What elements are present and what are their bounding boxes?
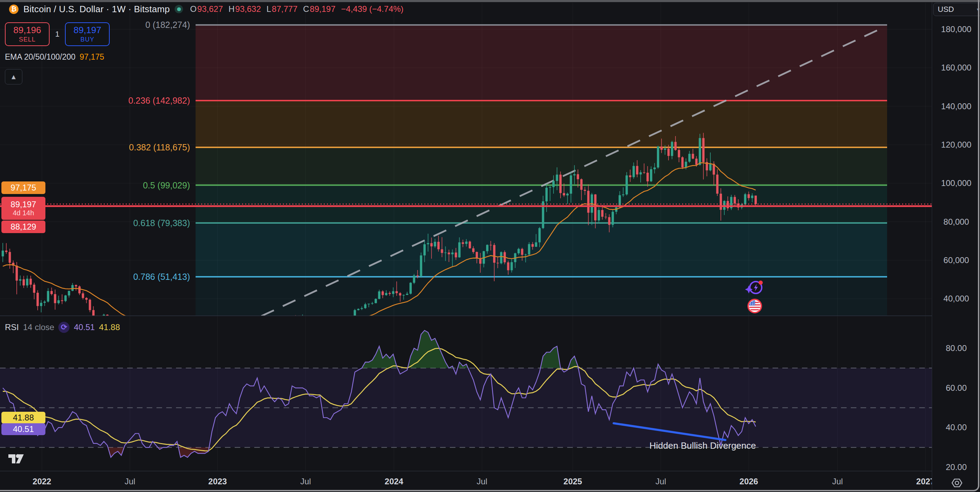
hline-price-badge: 88,129: [2, 221, 45, 233]
sell-label: SELL: [19, 36, 36, 43]
rsi-value-badge: 40.51: [2, 423, 45, 435]
refresh-icon[interactable]: ⟳: [58, 322, 70, 333]
market-status-icon[interactable]: [175, 5, 183, 13]
event-markers: [745, 279, 764, 313]
collapse-button[interactable]: ▲: [5, 69, 22, 84]
ai-spark-icon[interactable]: [745, 279, 764, 297]
ohlc-values: O93,627 H93,632 L87,777 C89,197 −4,439 (…: [190, 4, 403, 14]
close-value: 89,197: [310, 4, 335, 14]
fib-level-label[interactable]: 0.382 (118,675): [129, 142, 190, 152]
sell-price: 89,196: [13, 25, 41, 35]
open-value: 93,627: [197, 4, 223, 14]
time-tick-label: Jul: [477, 477, 488, 486]
time-tick-label: 2026: [739, 477, 758, 486]
divergence-annotation[interactable]: Hidden Bullish Divergence: [650, 440, 756, 451]
window-top-bar: [0, 0, 980, 2]
symbol-header[interactable]: ₿ Bitcoin / U.S. Dollar · 1W · Bitstamp …: [9, 3, 403, 15]
time-tick-label: 2024: [385, 477, 403, 486]
trade-panel: 89,196 SELL 1 89,197 BUY: [5, 22, 110, 46]
price-tick-label: 160,000: [932, 63, 980, 73]
price-tick-label: 120,000: [932, 140, 980, 150]
currency-dropdown[interactable]: USD ▾: [933, 3, 980, 16]
price-tick-label: 80,000: [932, 217, 980, 227]
close-key: C: [303, 4, 309, 14]
time-tick-label: Jul: [832, 477, 843, 486]
fib-level-label[interactable]: 0.786 (51,413): [133, 272, 190, 282]
sell-button[interactable]: 89,196 SELL: [5, 22, 49, 46]
change-value: −4,439 (−4.74%): [341, 4, 404, 14]
time-tick-label: 2023: [208, 477, 227, 486]
rsi-current-value: 40.51: [74, 322, 95, 332]
chart-canvas[interactable]: [0, 0, 980, 492]
tradingview-chart-app: { "topbar": { "symbol_title": "Bitcoin /…: [0, 0, 980, 492]
fib-level-label[interactable]: 0 (182,274): [145, 20, 190, 30]
tradingview-logo[interactable]: [8, 452, 26, 469]
time-tick-label: 2022: [32, 477, 51, 486]
rsi-ema-current-value: 41.88: [99, 322, 120, 332]
time-tick-label: Jul: [125, 477, 135, 486]
rsi-title: RSI: [5, 322, 19, 332]
price-tick-label: 60,000: [932, 256, 980, 265]
price-tick-label: 180,000: [932, 24, 980, 34]
currency-value: USD: [938, 5, 954, 14]
chevron-up-icon: ▲: [10, 73, 17, 81]
ema-price-badge: 97,175: [2, 181, 45, 194]
ema-indicator-legend[interactable]: EMA 20/50/100/200 97,175: [5, 52, 104, 62]
price-tick-label: 140,000: [932, 102, 980, 111]
bar-countdown: 4d 14h: [13, 209, 34, 217]
bitcoin-icon: ₿: [9, 5, 19, 14]
price-tick-label: 100,000: [932, 178, 980, 188]
buy-price: 89,197: [73, 25, 101, 35]
high-key: H: [228, 4, 234, 14]
rsi-tick-label: 20.00: [932, 462, 980, 472]
last-price-badge: 89,197 4d 14h: [2, 197, 45, 220]
fib-level-label[interactable]: 0.236 (142,982): [128, 95, 190, 106]
ema-label: EMA 20/50/100/200: [5, 52, 75, 62]
time-tick-label: Jul: [301, 477, 311, 486]
time-tick-label: 2025: [563, 477, 582, 486]
rsi-ema-badge: 41.88: [2, 412, 45, 424]
high-value: 93,632: [235, 4, 261, 14]
low-value: 87,777: [272, 4, 297, 14]
us-flag-event-icon[interactable]: [748, 299, 762, 313]
settings-gear-icon[interactable]: [951, 477, 963, 490]
time-tick-label: Jul: [655, 477, 667, 486]
rsi-params: 14 close: [23, 322, 54, 332]
symbol-title[interactable]: Bitcoin / U.S. Dollar · 1W · Bitstamp: [24, 4, 170, 15]
open-key: O: [190, 4, 197, 14]
chevron-down-icon: ▾: [977, 6, 980, 13]
buy-label: BUY: [80, 36, 94, 43]
quantity-value[interactable]: 1: [55, 30, 59, 39]
rsi-tick-label: 40.00: [932, 422, 980, 432]
buy-button[interactable]: 89,197 BUY: [65, 22, 110, 46]
rsi-tick-label: 80.00: [932, 343, 980, 353]
fib-level-label[interactable]: 0.618 (79,383): [133, 218, 190, 228]
fib-level-label[interactable]: 0.5 (99,029): [143, 180, 190, 190]
rsi-tick-label: 60.00: [932, 383, 980, 393]
low-key: L: [266, 4, 271, 14]
rsi-indicator-legend[interactable]: RSI 14 close ⟳ 40.51 41.88: [5, 322, 120, 333]
ema-value: 97,175: [80, 52, 104, 62]
price-axis[interactable]: 180,000160,000140,000120,000100,00080,00…: [932, 0, 980, 492]
price-tick-label: 40,000: [932, 294, 980, 303]
